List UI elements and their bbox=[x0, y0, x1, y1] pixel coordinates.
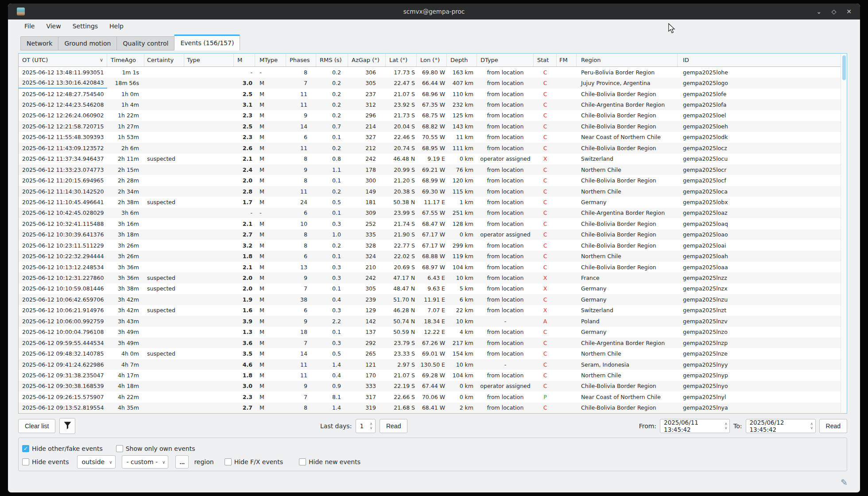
cell-dtype[interactable]: from location bbox=[477, 175, 534, 186]
cell-id[interactable]: gempa2025lnya bbox=[678, 403, 847, 413]
cell-ot[interactable]: 2025-06-12 13:30:16.420843 bbox=[19, 78, 107, 88]
cell-m[interactable]: 1.7 bbox=[234, 197, 255, 207]
cell-ot[interactable]: 2025-06-12 12:48:27.754540 bbox=[19, 89, 107, 99]
cell-rms[interactable]: 0.7 bbox=[316, 121, 348, 132]
cell-dep[interactable]: 0 km bbox=[447, 391, 477, 402]
cell-m[interactable]: 3.6 bbox=[234, 337, 255, 348]
cell-rms[interactable]: 0.2 bbox=[316, 89, 348, 99]
cell-ot[interactable]: 2025-06-12 11:14:30.142520 bbox=[19, 186, 107, 197]
cell-lat[interactable]: 48.47 N bbox=[386, 283, 417, 294]
cell-m[interactable]: 1.9 bbox=[234, 294, 255, 305]
cell-lat[interactable]: 22.66 S bbox=[386, 391, 417, 402]
cell-mtype[interactable]: M bbox=[255, 240, 286, 251]
cell-region[interactable]: Chile-Argentina Border Region bbox=[577, 208, 678, 218]
table-row[interactable]: 2025-06-12 11:20:15.6949652h 28m2.0M80.1… bbox=[19, 175, 847, 186]
cell-dtype[interactable]: from location bbox=[477, 294, 534, 305]
cell-fm[interactable] bbox=[557, 337, 577, 348]
cell-ago[interactable]: 1h 27m bbox=[107, 121, 144, 132]
cell-cert[interactable] bbox=[144, 381, 184, 391]
hide-other-fake-checkbox[interactable]: ✓ bbox=[22, 445, 29, 452]
cell-m[interactable]: 2.5 bbox=[234, 121, 255, 132]
cell-m[interactable]: 2.0 bbox=[234, 175, 255, 186]
cell-rms[interactable]: 0.2 bbox=[316, 110, 348, 121]
cell-region[interactable]: Northern Chile bbox=[577, 186, 678, 197]
cell-fm[interactable] bbox=[557, 143, 577, 153]
cell-gap[interactable]: 210 bbox=[348, 262, 386, 272]
cell-ago[interactable]: 2h 28m bbox=[107, 175, 144, 186]
table-row[interactable]: 2025-06-12 10:32:41.1154883h 16m2.1M100.… bbox=[19, 218, 847, 229]
cell-stat[interactable]: C bbox=[534, 218, 557, 229]
cell-gap[interactable]: 300 bbox=[348, 175, 386, 186]
cell-gap[interactable]: 121 bbox=[348, 359, 386, 370]
cell-region[interactable]: Poland bbox=[577, 316, 678, 326]
cell-lat[interactable]: 20.38 S bbox=[386, 186, 417, 197]
cell-type[interactable] bbox=[184, 229, 234, 240]
cell-m[interactable]: 1.8 bbox=[234, 251, 255, 261]
cell-mtype[interactable]: M bbox=[255, 391, 286, 402]
cell-rms[interactable]: 1.1 bbox=[316, 164, 348, 175]
cell-m[interactable]: 1.8 bbox=[234, 370, 255, 380]
cell-lon[interactable]: 130.50 E bbox=[417, 359, 447, 370]
cell-dep[interactable]: 10 km bbox=[447, 359, 477, 370]
cell-lat[interactable]: 20.04 S bbox=[386, 121, 417, 132]
cell-type[interactable] bbox=[184, 218, 234, 229]
cell-dep[interactable]: 10 km bbox=[447, 272, 477, 283]
cell-lat[interactable]: 20.69 S bbox=[386, 262, 417, 272]
cell-dtype[interactable]: from location bbox=[477, 337, 534, 348]
cell-gap[interactable]: 181 bbox=[348, 197, 386, 207]
cell-gap[interactable]: 214 bbox=[348, 121, 386, 132]
cell-cert[interactable]: suspected bbox=[144, 272, 184, 283]
cell-lon[interactable]: 69.28 W bbox=[417, 370, 447, 380]
cell-m[interactable]: 2.3 bbox=[234, 132, 255, 143]
table-row[interactable]: 2025-06-12 11:10:45.4966412h 38msuspecte… bbox=[19, 197, 847, 207]
cell-id[interactable]: gempa2025lnzp bbox=[678, 337, 847, 348]
cell-ph[interactable]: 7 bbox=[286, 78, 316, 88]
cell-ph[interactable]: 24 bbox=[286, 197, 316, 207]
cell-lon[interactable]: 70.55 W bbox=[417, 132, 447, 143]
cell-stat[interactable]: C bbox=[534, 294, 557, 305]
cell-fm[interactable] bbox=[557, 316, 577, 326]
table-row[interactable]: 2025-06-12 10:06:42.6597063h 42m1.9M380.… bbox=[19, 294, 847, 305]
cell-stat[interactable]: C bbox=[534, 403, 557, 413]
cell-stat[interactable]: C bbox=[534, 229, 557, 240]
cell-gap[interactable]: 306 bbox=[348, 67, 386, 78]
cell-fm[interactable] bbox=[557, 208, 577, 218]
cell-ago[interactable]: 1h 4m bbox=[107, 99, 144, 110]
cell-dtype[interactable]: from location bbox=[477, 208, 534, 218]
cell-type[interactable] bbox=[184, 262, 234, 272]
cell-fm[interactable] bbox=[557, 110, 577, 121]
cell-ago[interactable]: 3h 43m bbox=[107, 316, 144, 326]
cell-ago[interactable]: 3h 38m bbox=[107, 283, 144, 294]
cell-rms[interactable]: 1.4 bbox=[316, 359, 348, 370]
cell-stat[interactable]: C bbox=[534, 262, 557, 272]
cell-gap[interactable]: 142 bbox=[348, 316, 386, 326]
cell-region[interactable]: Northern Chile bbox=[577, 370, 678, 380]
cell-lon[interactable]: 68.99 W bbox=[417, 175, 447, 186]
cell-ago[interactable]: 3h 42m bbox=[107, 305, 144, 316]
cell-type[interactable] bbox=[184, 240, 234, 251]
table-row[interactable]: 2025-06-12 12:26:24.0609021h 22m2.3M90.2… bbox=[19, 110, 847, 121]
cell-dtype[interactable]: from location bbox=[477, 89, 534, 99]
cell-mtype[interactable]: M bbox=[255, 337, 286, 348]
cell-id[interactable]: gempa2025lnzz bbox=[678, 272, 847, 283]
table-row[interactable]: 2025-06-12 10:13:12.2485343h 36m2.1M130.… bbox=[19, 262, 847, 272]
cell-mtype[interactable]: M bbox=[255, 262, 286, 272]
cell-ago[interactable]: 3h 26m bbox=[107, 240, 144, 251]
cell-dep[interactable]: 217 km bbox=[447, 337, 477, 348]
cell-id[interactable]: gempa2025lnzo bbox=[678, 327, 847, 337]
cell-cert[interactable] bbox=[144, 403, 184, 413]
cell-fm[interactable] bbox=[557, 78, 577, 88]
cell-stat[interactable]: C bbox=[534, 99, 557, 110]
cell-gap[interactable]: 305 bbox=[348, 78, 386, 88]
cell-ot[interactable]: 2025-06-12 09:41:24.622986 bbox=[19, 359, 107, 370]
cell-type[interactable] bbox=[184, 132, 234, 143]
cell-region[interactable]: Jujuy Province, Argentina bbox=[577, 78, 678, 88]
table-row[interactable]: 2025-06-12 10:23:11.5112293h 26m3.2M80.2… bbox=[19, 240, 847, 251]
cell-lon[interactable]: 9.63 E bbox=[417, 283, 447, 294]
cell-m[interactable]: 2.8 bbox=[234, 186, 255, 197]
table-row[interactable]: 2025-06-12 13:48:11.9930511m 1s--80.2306… bbox=[19, 67, 847, 78]
cell-stat[interactable]: C bbox=[534, 175, 557, 186]
cell-gap[interactable]: 292 bbox=[348, 337, 386, 348]
cell-region[interactable]: Chile-Argentina Border Region bbox=[577, 99, 678, 110]
cell-fm[interactable] bbox=[557, 218, 577, 229]
